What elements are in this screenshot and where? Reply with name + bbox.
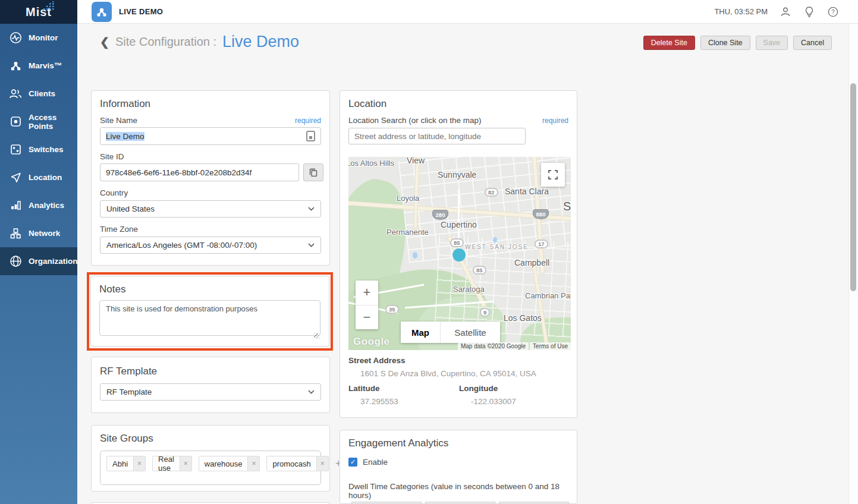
enable-label: Enable [363, 458, 388, 467]
site-groups-title: Site Groups [100, 433, 153, 445]
map-type-toggle: Map Satellite [401, 322, 500, 343]
map-label-sunnyvale: Sunnyvale [438, 170, 476, 179]
network-icon [9, 227, 22, 240]
scrollbar-thumb[interactable] [850, 83, 856, 291]
map-lake [413, 252, 417, 259]
engagement-title: Engagement Analytics [348, 437, 448, 449]
map-label-loyola: Loyola [397, 194, 419, 203]
location-icon [9, 171, 22, 184]
site-name-label: Site Name [100, 116, 137, 125]
map-label-los-gatos: Los Gatos [504, 313, 542, 323]
copy-site-id-button[interactable] [303, 163, 323, 181]
organization-icon [9, 255, 22, 268]
map-label-mountain-view: View [407, 157, 425, 165]
sidebar-item-clients[interactable]: Clients [0, 80, 77, 108]
save-button[interactable]: Save [756, 36, 788, 50]
rf-template-select[interactable]: RF Template [100, 383, 321, 401]
site-id-label: Site ID [100, 152, 124, 161]
notes-title: Notes [99, 284, 125, 295]
route-82-badge: 82 [485, 188, 498, 197]
form-fill-extension-icon[interactable] [306, 131, 315, 141]
tag-label: warehouse [199, 456, 249, 471]
account-icon[interactable] [780, 6, 791, 18]
location-search-input[interactable] [348, 128, 526, 144]
sidebar-item-access-points[interactable]: Access Points [0, 108, 77, 136]
svg-text:?: ? [831, 8, 835, 15]
remove-tag-icon[interactable]: × [180, 456, 192, 471]
sidebar-item-analytics[interactable]: Analytics [0, 191, 77, 219]
sidebar-item-marvis[interactable]: Marvis™ [0, 52, 77, 80]
google-map[interactable]: Los Altos Hills View Sunnyvale Loyola Sa… [348, 157, 571, 350]
remove-tag-icon[interactable]: × [317, 456, 329, 471]
chevron-down-icon [308, 207, 315, 211]
map-fullscreen-button[interactable] [541, 163, 565, 187]
mist-logo[interactable]: Mist [26, 5, 52, 19]
site-groups-panel: Site Groups Abhi × Real use × warehouse … [91, 425, 330, 492]
map-type-satellite-button[interactable]: Satellite [441, 322, 500, 343]
site-id-input[interactable]: 978c48e6-6ef6-11e6-8bbf-02e208b2d34f [100, 163, 299, 181]
clients-icon [9, 87, 22, 100]
sidebar-nav: Monitor Marvis™ Clients Access Points [0, 24, 77, 504]
page-title: Live Demo [222, 33, 299, 51]
map-zoom-control: + − [356, 281, 378, 329]
dwell-table-header-cell [425, 502, 495, 504]
remove-tag-icon[interactable]: × [248, 456, 260, 471]
longitude-value: -122.033007 [471, 397, 516, 406]
map-label-campbell: Campbell [514, 258, 549, 267]
sidebar-item-label: Clients [29, 89, 55, 98]
site-name-input[interactable]: Live Demo [100, 127, 321, 145]
enable-checkbox[interactable]: ✓ [348, 458, 357, 467]
site-name-required: required [295, 116, 321, 125]
breadcrumb[interactable]: Site Configuration : [115, 35, 216, 49]
map-label-cambrian-park: Cambrian Park [525, 291, 571, 300]
sidebar-item-location[interactable]: Location [0, 163, 77, 191]
location-required: required [542, 116, 568, 125]
tag-label: Abhi [106, 456, 134, 471]
sidebar-item-label: Access Points [29, 113, 77, 131]
sidebar-item-organization[interactable]: Organization [0, 247, 77, 275]
latitude-label: Latitude [348, 384, 380, 393]
country-value: United States [106, 204, 155, 213]
zoom-out-button[interactable]: − [356, 305, 378, 330]
street-address-value: 1601 S De Anza Blvd, Cupertino, CA 95014… [360, 369, 536, 378]
org-name: LIVE DEMO [119, 7, 163, 16]
sidebar-item-label: Location [29, 173, 62, 182]
site-group-tag: promocash × [266, 456, 328, 471]
rf-template-panel: RF Template RF Template [91, 357, 330, 413]
clock-text: THU, 03:52 PM [714, 7, 768, 16]
notes-textarea[interactable]: This site is used for demonstration purp… [99, 300, 320, 336]
map-label-saratoga: Saratoga [453, 285, 485, 294]
tag-label: Real use [152, 456, 180, 471]
cancel-button[interactable]: Cancel [793, 36, 832, 50]
terms-of-use-link[interactable]: Terms of Use [530, 342, 571, 350]
site-groups-tag-container[interactable]: Abhi × Real use × warehouse × promocash … [100, 451, 321, 485]
fullscreen-icon [548, 170, 558, 179]
sidebar-item-monitor[interactable]: Monitor [0, 24, 77, 52]
sidebar-item-network[interactable]: Network [0, 219, 77, 247]
site-location-marker[interactable] [452, 248, 466, 262]
sidebar-item-switches[interactable]: Switches [0, 136, 77, 163]
map-label-west-san-jose: WEST SAN JOSE [465, 244, 529, 250]
route-9-badge: 9 [480, 308, 490, 317]
site-group-tag: Abhi × [106, 456, 146, 471]
sidebar-item-label: Marvis™ [29, 61, 62, 70]
whats-new-bulb-icon[interactable] [803, 6, 815, 18]
country-select[interactable]: United States [100, 200, 321, 218]
longitude-label: Longitude [459, 384, 498, 393]
resize-grip-icon[interactable] [314, 333, 319, 339]
back-chevron-icon[interactable]: ❮ [100, 36, 109, 48]
google-logo[interactable]: Google [353, 336, 390, 348]
timezone-select[interactable]: America/Los Angeles (GMT -08:00/-07:00) [100, 237, 321, 254]
map-label-cupertino: Cupertino [441, 220, 477, 229]
remove-tag-icon[interactable]: × [134, 456, 146, 471]
delete-site-button[interactable]: Delete Site [643, 36, 695, 50]
zoom-in-button[interactable]: + [356, 281, 378, 305]
route-35-badge: 35 [385, 305, 399, 314]
help-icon[interactable]: ? [827, 6, 839, 18]
copy-icon [309, 168, 318, 177]
rf-template-value: RF Template [106, 388, 152, 396]
map-type-map-button[interactable]: Map [401, 322, 441, 343]
org-selector[interactable]: LIVE DEMO [92, 2, 163, 22]
clone-site-button[interactable]: Clone Site [700, 36, 750, 50]
switches-icon [9, 143, 22, 156]
